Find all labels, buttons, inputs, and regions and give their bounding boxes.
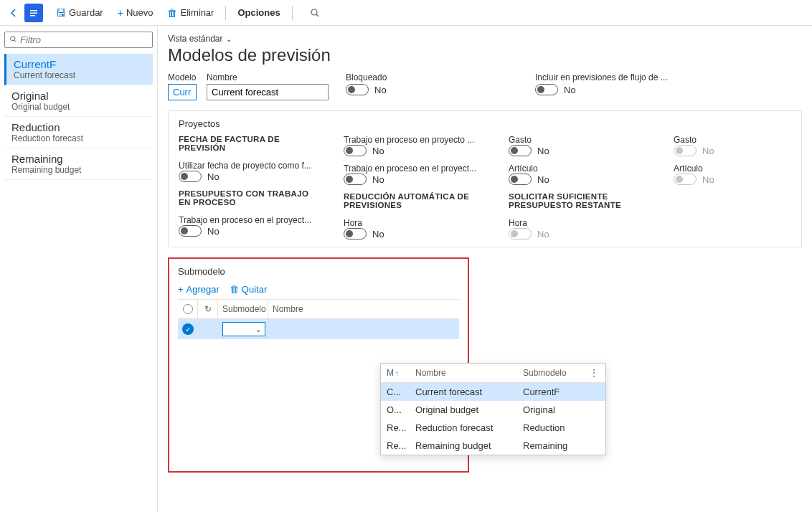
subhead-fecha: FECHA DE FACTURA DE PREVISIÓN: [179, 135, 322, 152]
dd-col-m[interactable]: M ↑: [387, 368, 415, 378]
view-selector[interactable]: Vista estándar ⌄: [168, 34, 232, 44]
row-nombre-cell: [268, 319, 459, 339]
add-label: Agregar: [187, 284, 219, 295]
add-button[interactable]: + Agregar: [178, 284, 219, 295]
subhead-presupuesto: PRESUPUESTO CON TRABAJO EN PROCESO: [179, 189, 322, 207]
delete-button[interactable]: 🗑 Eliminar: [161, 4, 219, 22]
nombre-field: Nombre: [207, 72, 329, 100]
refresh-header[interactable]: ↻: [198, 300, 218, 318]
nav-sub: Reduction forecast: [11, 133, 146, 143]
select-all[interactable]: [178, 300, 198, 318]
subhead-solicitar: SOLICITAR SUFICIENTE PRESUPUESTO RESTANT…: [509, 192, 652, 209]
modelo-input[interactable]: [168, 84, 197, 100]
sidebar-item-original[interactable]: Original Original budget: [4, 85, 153, 117]
save-label: Guardar: [69, 7, 103, 18]
dd-col-nombre[interactable]: Nombre: [415, 368, 523, 378]
dd-row-original[interactable]: O... Original budget Original: [381, 401, 605, 419]
content: Vista estándar ⌄ Modelos de previsión Mo…: [158, 26, 812, 512]
incluir-value: No: [564, 85, 576, 95]
nav-title: CurrentF: [14, 58, 146, 70]
label-gasto1: Gasto: [509, 135, 652, 145]
nombre-input[interactable]: [207, 84, 329, 100]
delete-label: Eliminar: [180, 7, 214, 18]
new-label: Nuevo: [126, 7, 154, 18]
search-button[interactable]: [304, 5, 326, 21]
label-articulo1: Artículo: [509, 163, 652, 174]
svg-rect-2: [30, 15, 35, 16]
incluir-label: Incluir en previsiones de flujo de ...: [535, 72, 668, 82]
sidebar-item-reduction[interactable]: Reduction Reduction forecast: [4, 117, 153, 148]
grid-row[interactable]: ✓ ⌄: [178, 319, 459, 339]
bloqueado-value: No: [374, 85, 387, 95]
toggle-tpp2[interactable]: [344, 174, 367, 185]
toggle-gasto2: [674, 145, 697, 156]
options-label: Opciones: [237, 7, 280, 18]
back-button[interactable]: [6, 5, 22, 21]
label-articulo2: Artículo: [674, 163, 812, 174]
check-icon: ✓: [182, 323, 194, 335]
nombre-label: Nombre: [207, 72, 329, 82]
toggle-presupuesto[interactable]: [179, 225, 202, 237]
toggle-articulo1[interactable]: [509, 174, 532, 185]
page-title: Modelos de previsión: [168, 45, 802, 65]
separator: [225, 6, 226, 20]
dd-row-remaining[interactable]: Re... Remaining budget Remaining: [381, 437, 605, 455]
toggle-hora2: [509, 228, 532, 240]
proj-col-4: Gasto No Artículo No: [674, 135, 812, 240]
remove-button[interactable]: 🗑 Quitar: [230, 284, 267, 295]
label-tpp2: Trabajo en proceso en el proyect...: [344, 163, 487, 174]
submodelo-title: Submodelo: [178, 266, 459, 277]
save-button[interactable]: 🖫 Guardar: [50, 4, 109, 22]
toggle-gasto1[interactable]: [509, 145, 532, 156]
incluir-field: Incluir en previsiones de flujo de ... N…: [535, 72, 668, 95]
proyectos-section: Proyectos FECHA DE FACTURA DE PREVISIÓN …: [168, 110, 802, 247]
label-presupuesto: Trabajo en proceso en el proyect...: [179, 215, 322, 225]
save-icon: 🖫: [56, 7, 66, 19]
dropdown-header: M ↑ Nombre Submodelo ⋮: [381, 364, 605, 383]
modelo-label: Modelo: [168, 72, 197, 82]
chevron-down-icon: ⌄: [226, 35, 232, 43]
plus-icon: +: [178, 284, 184, 295]
trash-icon: 🗑: [167, 7, 177, 19]
bloqueado-toggle[interactable]: [346, 84, 369, 95]
nav-title: Remaining: [11, 153, 146, 165]
nav-sub: Current forecast: [14, 70, 146, 80]
toggle-articulo2: [674, 174, 697, 185]
new-button[interactable]: + Nuevo: [112, 4, 159, 22]
toggle-tpp1[interactable]: [344, 145, 367, 156]
plus-icon: +: [118, 7, 123, 19]
trash-icon: 🗑: [230, 284, 239, 295]
col-nombre[interactable]: Nombre: [268, 300, 459, 318]
filter-input[interactable]: [20, 34, 148, 45]
dd-row-reduction[interactable]: Re... Reduction forecast Reduction: [381, 419, 605, 437]
svg-rect-0: [30, 10, 37, 11]
row-spacer: [198, 319, 218, 339]
toggle-hora1[interactable]: [344, 228, 367, 240]
proj-col-1: FECHA DE FACTURA DE PREVISIÓN Utilizar f…: [179, 135, 322, 240]
svg-point-5: [11, 36, 15, 40]
sort-arrow-icon: ↑: [395, 369, 399, 377]
label-fecha: Utilizar fecha de proyecto como f...: [179, 161, 322, 171]
col-submodelo[interactable]: Submodelo: [218, 300, 268, 318]
sidebar: CurrentF Current forecast Original Origi…: [0, 26, 158, 512]
submodelo-input[interactable]: [222, 322, 265, 336]
toggle-fecha[interactable]: [179, 171, 202, 182]
label-hora2: Hora: [509, 218, 652, 228]
sidebar-item-remaining[interactable]: Remaining Remaining budget: [4, 148, 153, 180]
incluir-toggle[interactable]: [535, 84, 558, 95]
row-submodelo-cell: ⌄: [218, 319, 268, 339]
row-select[interactable]: ✓: [178, 319, 198, 339]
dd-col-submodelo[interactable]: Submodelo: [523, 368, 588, 378]
dd-row-currentf[interactable]: C... Current forecast CurrentF: [381, 383, 605, 401]
submodelo-dropdown: M ↑ Nombre Submodelo ⋮ C... Current fore…: [380, 363, 606, 455]
dd-more[interactable]: ⋮: [588, 368, 600, 378]
options-button[interactable]: Opciones: [232, 4, 285, 21]
svg-line-6: [14, 40, 16, 42]
edit-button[interactable]: [24, 4, 43, 22]
edit-icon: [29, 8, 39, 18]
sidebar-item-currentf[interactable]: CurrentF Current forecast: [4, 54, 153, 85]
filter-box[interactable]: [4, 32, 153, 48]
proj-col-2: Trabajo en proceso en proyecto ... No Tr…: [344, 135, 487, 240]
filter-icon: [9, 35, 17, 45]
arrow-left-icon: [9, 8, 19, 18]
